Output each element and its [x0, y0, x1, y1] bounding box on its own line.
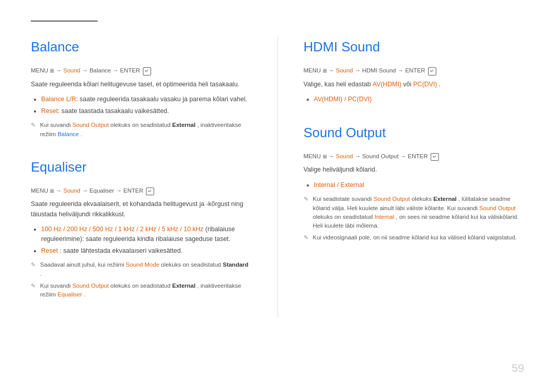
- eq-item-2: Reset : saate lähtestada ekvaalaıseri va…: [41, 246, 252, 256]
- eq-label: Equaliser: [89, 188, 114, 194]
- so-items: Internal / External: [304, 180, 525, 190]
- hdmi-menu-path: MENU ⊞ → Sound → HDMI Sound → ENTER ↵: [304, 66, 525, 76]
- left-column: Balance MENU ⊞ → Sound → Balance → ENTER…: [31, 37, 252, 318]
- top-rule: [31, 21, 98, 22]
- balance-lr-text: : saate reguleerida tasakaalu vasaku ja …: [76, 96, 247, 103]
- balance-items: Balance L/R: saate reguleerida tasakaalu…: [31, 95, 252, 116]
- sound-output-ref: Sound Output: [72, 122, 109, 128]
- balance-menu-path: MENU ⊞ → Sound → Balance → ENTER ↵: [31, 66, 252, 76]
- sound-output-menu-path: MENU ⊞ → Sound → Sound Output → ENTER ↵: [304, 152, 525, 161]
- hdmi-enter-icon: ↵: [428, 67, 436, 76]
- page: Balance MENU ⊞ → Sound → Balance → ENTER…: [0, 0, 555, 392]
- so-note-1: Kui seadistate suvandi Sound Output olek…: [304, 195, 525, 230]
- hdmi-items: AV(HDMI) / PC(DVI): [304, 95, 525, 104]
- so-enter-icon: ↵: [431, 153, 439, 161]
- sound-output-title: Sound Output: [304, 123, 525, 143]
- menu-icon-eq: ⊞: [50, 187, 54, 195]
- sound-output-section: Sound Output MENU ⊞ → Sound → Sound Outp…: [304, 123, 525, 242]
- balance-lr-label: Balance L/R: [41, 96, 76, 103]
- balance-reset-text: : saate taastada tasakaalu vaikesätted.: [58, 107, 169, 115]
- eq-enter: ENTER: [123, 188, 143, 194]
- column-divider: [278, 37, 278, 318]
- hdmi-description: Valige, kas heli edastab AV(HDMI) või PC…: [304, 80, 525, 89]
- balance-item-2: Reset: saate taastada tasakaalu vaikesät…: [41, 106, 252, 116]
- balance-note: Kui suvandi Sound Output olekuks on sead…: [31, 121, 252, 139]
- eq-sound-ref: Sound: [63, 188, 80, 194]
- main-content: Balance MENU ⊞ → Sound → Balance → ENTER…: [31, 37, 524, 318]
- menu-label-eq: MENU: [31, 188, 50, 194]
- equaliser-items: 100 Hz / 200 Hz / 500 Hz / 1 kHz / 2 kHz…: [31, 225, 252, 255]
- eq-item-1: 100 Hz / 200 Hz / 500 Hz / 1 kHz / 2 kHz…: [41, 225, 252, 244]
- equaliser-section: Equaliser MENU ⊞ → Sound → Equaliser → E…: [31, 157, 252, 300]
- eq-enter-icon: ↵: [146, 188, 154, 196]
- menu-enter: ENTER: [120, 67, 140, 73]
- balance-item-1: Balance L/R: saate reguleerida tasakaalu…: [41, 95, 252, 104]
- menu-balance: Balance: [89, 67, 111, 73]
- menu-icon: ⊞: [50, 67, 54, 74]
- equaliser-title: Equaliser: [31, 157, 252, 177]
- so-item-1: Internal / External: [314, 180, 525, 190]
- hdmi-item-1: AV(HDMI) / PC(DVI): [314, 95, 525, 104]
- balance-section: Balance MENU ⊞ → Sound → Balance → ENTER…: [31, 37, 252, 139]
- menu-label: MENU: [31, 67, 50, 73]
- so-menu-icon: ⊞: [323, 153, 327, 160]
- equaliser-menu-path: MENU ⊞ → Sound → Equaliser → ENTER ↵: [31, 186, 252, 196]
- eq-note-1: Saadaval ainult juhul, kui režiimi Sound…: [31, 260, 252, 278]
- eq-note-2: Kui suvandi Sound Output olekuks on sead…: [31, 282, 252, 300]
- right-column: HDMI Sound MENU ⊞ → Sound → HDMI Sound →…: [304, 37, 525, 318]
- balance-reset-label: Reset: [41, 107, 58, 115]
- hdmi-sound-section: HDMI Sound MENU ⊞ → Sound → HDMI Sound →…: [304, 37, 525, 104]
- balance-title: Balance: [31, 37, 252, 57]
- balance-description: Saate reguleerida kõlari helitugevuse ta…: [31, 80, 252, 89]
- menu-sound: Sound: [63, 67, 80, 73]
- enter-icon: ↵: [143, 67, 151, 76]
- equaliser-description: Saate reguleerida ekvaalaiserit, et koha…: [31, 199, 252, 219]
- so-description: Valige heliväljundi kõlarid.: [304, 165, 525, 175]
- hdmi-sound-title: HDMI Sound: [304, 37, 525, 57]
- so-note-2: Kui videosignaali pole, on nii seadme kõ…: [304, 233, 525, 242]
- hdmi-menu-icon: ⊞: [323, 67, 327, 74]
- page-number: 59: [512, 360, 524, 377]
